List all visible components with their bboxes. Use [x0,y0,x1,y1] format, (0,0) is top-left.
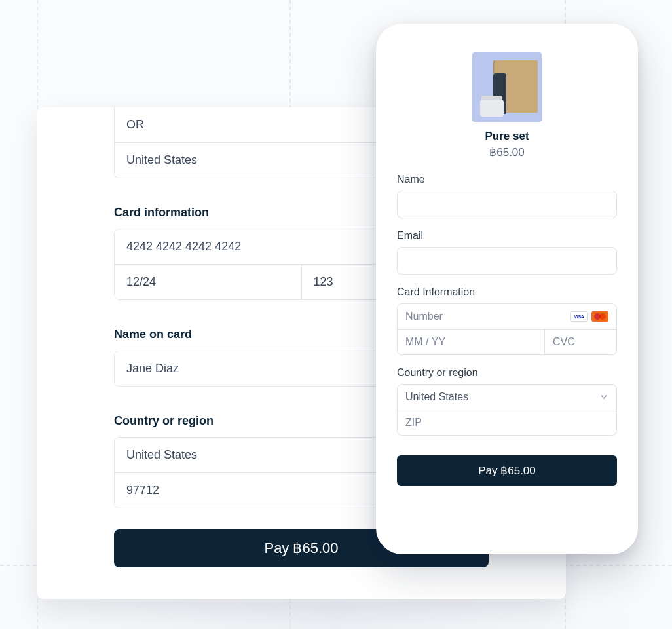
mobile-email-label: Email [397,230,617,242]
product-name: Pure set [397,130,617,143]
product-price: ฿65.00 [397,145,617,159]
mobile-card-number-field[interactable] [405,311,567,322]
product-image [472,52,542,122]
mobile-name-field[interactable] [397,191,617,218]
mastercard-icon [591,311,608,322]
mobile-region-zip-field[interactable] [405,417,608,429]
mobile-region-group: United States [397,384,617,436]
mobile-card-info-group: VISA [397,303,617,355]
mobile-card-expiry-field[interactable] [405,336,536,348]
card-expiry-field[interactable] [115,265,301,299]
mobile-pay-button[interactable]: Pay ฿65.00 [397,455,617,486]
mobile-card-info-label: Card Information [397,286,617,298]
mobile-region-country-select[interactable]: United States [398,385,616,410]
visa-icon: VISA [570,311,588,322]
mobile-name-label: Name [397,174,617,185]
mobile-email-field[interactable] [397,247,617,275]
mobile-region-country-value: United States [405,391,599,403]
mobile-region-label: Country or region [397,367,617,379]
chevron-down-icon [599,392,608,402]
mobile-card-cvc-field[interactable] [553,336,617,348]
mobile-checkout-phone: Pure set ฿65.00 Name Email Card Informat… [376,24,638,554]
